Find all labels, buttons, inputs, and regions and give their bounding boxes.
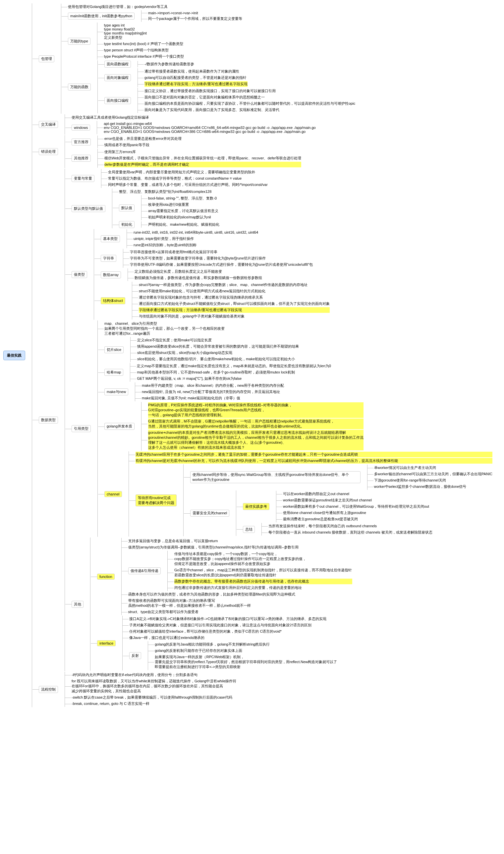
leaf: -break, continue, return, goto 与 C 语言实现一… <box>72 701 237 707</box>
leaf: 定义map不需要指定长度，通过make指定长度也没有意义，map本来就是动态的。… <box>137 363 331 369</box>
leaf-hl: G通过阻塞方式调用，M不会阻塞，G通过netpoller唤醒，一句话：用户态线程… <box>148 419 363 429</box>
leaf: 字符串为不可变类型，如果需要改变字符串值，需要转化为[]byte/[]rune切… <box>130 255 313 261</box>
leaf: make用于内建类型（map、slice 和channel）的内存分配，new用… <box>142 383 284 388</box>
leaf-text: G对应goroutine–go实现的轻量级线程，也即GreenThreads用户… <box>148 407 363 413</box>
leaf: struct不能使用make初始化，可以使用声明方式或者new返回指针的方式初始… <box>139 288 330 294</box>
leaf: -if代码块内允许声明临时变量在if-else代码块内使用，使用分号；分割多条语… <box>72 672 237 678</box>
leaf: 可以在worker函数内部自定义out channel <box>283 491 429 497</box>
leaf: 整型、浮点型、复数默认类型*别为int/float64/complex128 <box>119 189 219 195</box>
pkg-label: 包管理 <box>39 55 54 62</box>
leaf: Go语言中channel，slice，map这三种类型的实现机制类似指针，所以可… <box>174 567 352 578</box>
type-node: 万能的type type ages int type money float32… <box>61 22 355 60</box>
leaf: 通过带有接受者函数实现，使用起来函数作为了对象的属性 <box>144 69 248 74</box>
leaf: worker中select监控多个channel数据流动，接收done信号 <box>374 484 492 489</box>
leaf-hl: 无缓冲的channel应用于在多个goroutine之间同步，避免了显示的加锁，… <box>136 452 492 457</box>
leaf: 面向接口不是对面向对象的否定，它是面向对象编程体系中的思想精髓之一 <box>144 94 355 100</box>
leaf-text: type ages int <box>104 23 184 27</box>
leaf: 常量可以指定为数值、布尔值或字符串等类型，格式：const constantNa… <box>108 176 268 181</box>
leaf-text: 理解了这一点就可以得到通俗解答：这些流水线大概放多个人、这么(多个gorouti… <box>148 440 363 445</box>
leaf: 如果要实现与Java一样的反射（RPC/Web框架）机制， 需要先提交字符串和类… <box>155 654 337 670</box>
leaf-text: 需要先提交字符串和类的reflect.Typeof关联好，然后根据字符串得到对应… <box>155 659 337 665</box>
str-node: 字符串 字符串连接使用+运算符或者使用fmt格式化返回字符串 字符串为不可变类型… <box>94 249 330 268</box>
leaf: -switch 默认在case之后带 break，如果需要继续编历，可以使用fa… <box>72 695 237 700</box>
leaf-text: goroutine+channel的本质是对生产者消费者流水线的完美模拟，应用开… <box>148 430 363 435</box>
leaf: error也是值，并且需要总是检查error并对其处理 <box>104 136 182 142</box>
proc-node: 面向函数编程 -/数据作为参数传递给函数形参 <box>98 61 355 68</box>
leaf: 子类对象不能赋值给父类对象，但是接口可以引用实现此接口的对象，请注意这点与传统面… <box>129 622 337 628</box>
leaf: 定义slice不指定长度；使用make可以指定长度 <box>137 338 299 343</box>
leaf-text: goroutine/channel的精妙。gorotine相当于辛勤干活的工人，… <box>148 435 363 440</box>
root-node: 最佳实践 <box>3 351 25 360</box>
cross-node: 交叉编译 使用交叉编译工具或者使用Golang指定目标编译 windows ap… <box>32 114 492 134</box>
windows-node: windows apt-get install gcc-mingw-w64 en… <box>65 121 316 134</box>
official-node: 官方推荐 error也是值，并且需要总是检查error并对其处理 慎用或者不使用… <box>65 135 301 148</box>
leaf: 值类型(array/struct)为传值调用–参数赋值，引用类型(channel… <box>128 544 352 550</box>
leaf: 使用交叉编译工具或者使用Golang指定目标编译 <box>72 115 316 120</box>
leaf-text: 如果要实现与Java一样的反射（RPC/Web框架）机制， <box>155 654 337 659</box>
func-node: 万能的函数 面向函数编程 -/数据作为参数传递给函数形参 面向对象编程 通过带有… <box>61 60 355 113</box>
leaf: 接口A定义->B对象实现->C对象继承B对象操作->C也就继承了B对象的接口/可… <box>129 616 337 622</box>
leaf: slice初始化，要么使用其他数组/切片、要么使用make/new初始化，mak… <box>137 356 299 362</box>
leaf-text: 传值与传址本质都是copy操作，一个copy数据，一个copy地址， <box>174 551 352 557</box>
obj-node: 面向对象编程 通过带有接受者函数实现，使用起来函数作为了对象的属性 golang… <box>98 68 355 87</box>
leaf: GET MAP两个返回值, v, ok := mapa["C"], 如果不存在则… <box>137 376 331 381</box>
leaf: new返回指针, 且值为 nil, new(T)分配了零值填充的T类型的内存空间… <box>142 389 284 395</box>
struct-node: 结构体struct struct与array一样是值类型，作为参数会copy完整… <box>94 282 330 320</box>
leaf-text: 这多个人怎么使用（channel）有效的流水线来形成流水线？ <box>148 445 363 450</box>
leaf-hl: 有缓冲的channel是对无缓冲channel的补充，可以作为流水线缓冲队列使用… <box>136 458 492 464</box>
leaf: 最终消费者主goroutine总是检查out是否被关闭 <box>283 516 429 522</box>
leaf: 接口定义协议，通过带接受者的函数实现接口，实现了接口的对象可以被接口引用 <box>144 88 355 94</box>
mn-node: make与new make用于内建类型（map、slice 和channel）的… <box>98 382 492 401</box>
flow-node: 流程控制 -if代码块内允许声明临时变量在if-else代码块内使用，使用分号；… <box>32 672 492 707</box>
sync-node: 使用channel同步等待，使用sync.WaitGroup等待、主线程开gor… <box>184 465 492 490</box>
leaf: 使用包管理对Golang项目进行管理，如：godep/vendor等工具 <box>68 4 355 10</box>
leaf: 慎用或者不使用panic等手段 <box>104 142 182 148</box>
leaf: worker函数需要保证goroutine结束之后关闭out channel <box>283 497 429 503</box>
wait-node: 等待所有routine完成 需要考虑解决两个问题 使用channel同步等待，使… <box>129 464 492 536</box>
other-dtype-node: 其他 function 支持多返回值与变参，总是命名返回值，可以直接return… <box>65 538 492 671</box>
leaf: 同时声明多个常量、变量，或者导入多个包时，可采用分组的方式进行声明。同时/*im… <box>108 182 268 187</box>
leaf-text: apt-get install gcc-mingw-w64 <box>104 122 316 126</box>
leaf: 每个阶段都会一直从 inbound channels 接收数据，直到这些 cha… <box>268 530 432 535</box>
slice-node: 切片slice 定义slice不指定长度；使用make可以指定长度 慎用appe… <box>98 337 492 362</box>
leaf-text: type months map[string]int <box>104 31 184 35</box>
leaf-hl: 字段继承通过匿名字段实现；方法继承/重写也通过匿名字段实现 <box>139 307 330 313</box>
leaf: 下游goroutine使用for-range等待channel关闭 <box>374 477 492 483</box>
chan-node: channel 无缓冲的channel应用于在多个goroutine之间同步，避… <box>98 451 492 537</box>
leaf: worker函数如果有多个out channel，可以使用WaitGroup，等… <box>283 504 429 509</box>
best-node: 最佳实践参考 可以在worker函数内部自定义out channel worke… <box>236 491 432 522</box>
leaf-text: type money float32 <box>104 27 184 31</box>
defval-node: 默认值 bool-false, string-"", 整型、浮点型、复数-0 枚… <box>112 195 219 220</box>
close-node: 需要安全关闭channel 最佳实践参考 可以在worker函数内部自定义out… <box>184 490 492 536</box>
leaf: 慎用append函数改变slice的长度，可能会异常改变被引用的数据内容，这可能… <box>137 344 299 349</box>
refl-node: 反射 golang的反射与Java相比功能弱很多，golang不支持解析stri… <box>123 641 337 670</box>
leaf: golang的反射与Java相比功能弱很多，golang不支持解析string然… <box>155 641 337 647</box>
leaf: 使用done channel close信号通知所有上游goroutine <box>283 510 429 516</box>
leaf-text: 一句话，golang提供了用户态线程的管理机制。 <box>148 413 363 418</box>
leaf: 闭包通过非参数传递的方式直接引用外层代码定义的变量，传递的是变量的地址 <box>174 585 352 590</box>
gonature-node: golang并发本质 PMG的原理，P对应操作系统进程–对程序的抽象, W对应操… <box>98 402 492 451</box>
leaf: for 既可以用来循环读取数据，又可以当作while来控制逻辑，还能迭代操作，G… <box>72 678 237 694</box>
leaf: 与传统面向对象不同的是，golang中子类对象不能赋值给基类对象 <box>139 313 330 319</box>
leaf: 通过非匿名字段实现对象的包含与持有，通过匿名字段实现伪继承的维承关系 <box>139 295 330 300</box>
leaf: 面向对象是为了实现代码复用，面向接口是为了实现多态、实现标准定制、灵活替代 <box>144 107 355 113</box>
leaf: type person struct #声明一个结构体类型 <box>104 48 184 53</box>
leaf-text: 带有接收者的函数即可实现面向对象–方法的继承/重写 <box>128 598 352 603</box>
leaf: main->import->const->var->init <box>148 11 242 15</box>
iface-node: 面向接口编程 接口定义协议，通过带接受者的函数实现接口，实现了接口的对象可以被接… <box>98 88 355 113</box>
init-node: 初始化 声明初始化、make/new初始化、赋值初始化 <box>112 221 219 228</box>
leaf-text: 若函数需改变slice的长度(比如append)则仍需要取地址传递指针 <box>174 573 352 578</box>
leaf: 任何对象都可以赋值给空interface，即可以存储任意类型的对象，类似于C语言… <box>129 629 337 634</box>
leaf-text: 虽然method的名字一模一样，但是如果接收者不一样，那么method就不一样 <box>128 603 352 608</box>
leaf-text: map、channel、slice为引用类型 <box>104 321 492 326</box>
leaf: array需要指定长度，讨论其默认值没有意义 <box>148 208 218 214</box>
leaf: uintptr, intptr指针类型，用于指针操作 <box>133 236 258 241</box>
leaf-hl: 函数参数中存在此概念。带有接受者的函数也区分值传递与引用传递，也存在此概念 <box>174 579 352 584</box>
leaf: 字符串连接使用+运算符或者使用fmt格式化返回字符串 <box>130 249 313 255</box>
varconst-node: 变量与常量 全局变量使用var声明，内部变量尽量使用简短方式声明定义，需要明确指… <box>65 169 492 188</box>
leaf: make返回对象, 且值不为nil; make返回初始化后的（非零）值 <box>142 395 284 401</box>
leaf-hl: defer参数值是在声明时确定，而不是在调用时才确定 <box>104 162 301 167</box>
leaf: type ages int type money float32 type mo… <box>104 23 184 40</box>
leaf-text: copy数据不能改变实参；copy地址通过指针操作可以在一定程度上改变实参的值， <box>174 557 352 561</box>
iface-dtype-node: interface 接口A定义->B对象实现->C对象继承B对象操作->C也就继… <box>90 616 352 670</box>
